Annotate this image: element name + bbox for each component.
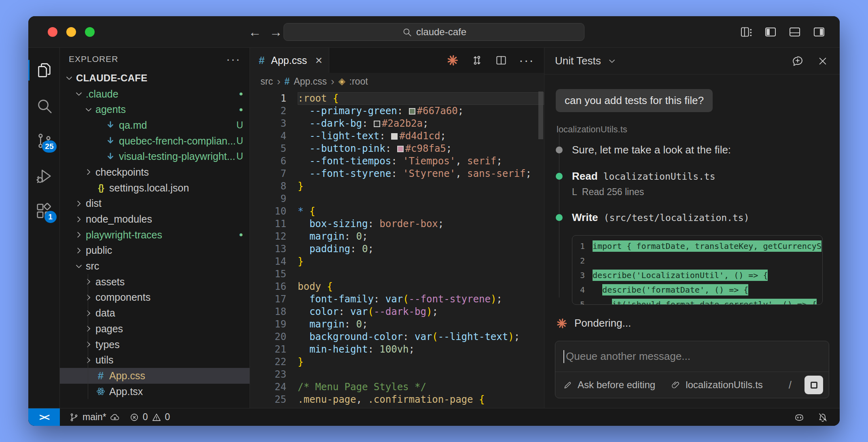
message-input[interactable]: Queue another message... xyxy=(555,341,829,372)
cloud-upload-icon[interactable] xyxy=(110,412,120,423)
activity-run-debug[interactable] xyxy=(28,158,60,193)
tree-item-components[interactable]: components xyxy=(60,290,250,306)
line-numbers: 1234567891011121314151617181920212223242… xyxy=(250,92,298,408)
tree-item-utils[interactable]: utils xyxy=(60,352,250,368)
open-changes-icon[interactable] xyxy=(470,54,483,67)
tree-item-visual-testing-playwright-[interactable]: visual-testing-playwright...U xyxy=(60,149,250,164)
tree-item-quebec-french-complian-[interactable]: quebec-french-complian...U xyxy=(60,133,250,149)
breadcrumb-symbol[interactable]: :root xyxy=(349,76,368,87)
json-icon: {} xyxy=(95,183,106,193)
close-window-button[interactable] xyxy=(48,27,57,37)
minimize-window-button[interactable] xyxy=(66,27,76,37)
code-line: body { xyxy=(298,280,544,293)
new-chat-icon[interactable] xyxy=(791,55,804,68)
chevron-down-icon[interactable] xyxy=(607,56,617,66)
zoom-window-button[interactable] xyxy=(85,27,95,37)
git-branch-item[interactable]: main* xyxy=(69,412,120,423)
traffic-lights xyxy=(48,27,95,37)
git-untracked-badge: U xyxy=(236,151,243,162)
explorer-sidebar: EXPLORER ··· CLAUDE-CAFE.claude●agents●q… xyxy=(60,48,250,408)
search-icon xyxy=(35,96,53,115)
activity-search[interactable] xyxy=(28,88,60,123)
tree-item-data[interactable]: data xyxy=(60,305,250,321)
close-panel-icon[interactable] xyxy=(816,55,829,68)
chevron-right-icon xyxy=(83,355,94,366)
code-line: :root { xyxy=(298,92,544,105)
activity-explorer[interactable] xyxy=(28,53,60,88)
extensions-badge: 1 xyxy=(44,211,57,223)
stop-button[interactable] xyxy=(804,376,823,394)
warning-count: 0 xyxy=(165,412,170,423)
code-line: box-sizing: border-box; xyxy=(298,218,544,230)
context-file-label: localizationUtils.ts xyxy=(557,124,828,135)
tree-item-dist[interactable]: dist xyxy=(60,196,250,212)
back-arrow-button[interactable]: ← xyxy=(247,24,263,39)
activity-extensions[interactable]: 1 xyxy=(28,193,60,229)
claude-starburst-icon[interactable] xyxy=(446,54,459,67)
code-editor[interactable]: 1234567891011121314151617181920212223242… xyxy=(250,90,544,408)
tree-item-pages[interactable]: pages xyxy=(60,321,250,337)
branch-icon xyxy=(69,412,79,423)
titlebar: ← → claude-cafe xyxy=(28,16,840,48)
tree-item-app-tsx[interactable]: App.tsx xyxy=(60,384,250,400)
tree-item-public[interactable]: public xyxy=(60,243,250,259)
step-bullet xyxy=(556,173,563,180)
tree-item-claude-cafe[interactable]: CLAUDE-CAFE xyxy=(60,70,250,86)
permission-mode-selector[interactable]: Ask before editing xyxy=(578,379,655,391)
explorer-more-actions-icon[interactable]: ··· xyxy=(226,52,241,66)
chevron-right-icon xyxy=(74,245,84,256)
editor-scrollbar[interactable] xyxy=(538,91,543,139)
tree-item-node-modules[interactable]: node_modules xyxy=(60,211,250,227)
tree-item-settings-local-json[interactable]: {}settings.local.json xyxy=(60,180,250,196)
code-line: color: var(--dark-bg); xyxy=(298,306,544,318)
diff-line: 1import { formatDate, translateKey, getC… xyxy=(572,239,822,253)
chevron-down-icon xyxy=(74,261,84,272)
stop-icon xyxy=(811,382,817,389)
tab-close-icon[interactable]: × xyxy=(315,53,322,67)
diff-code-block[interactable]: 1import { formatDate, translateKey, getC… xyxy=(572,235,823,305)
slash-command-hint[interactable]: / xyxy=(789,379,792,391)
toggle-primary-sidebar-icon[interactable] xyxy=(764,25,777,39)
tab-bar: # App.css × ··· xyxy=(250,48,544,73)
tree-indent xyxy=(93,151,104,162)
chevron-right-icon xyxy=(74,230,84,240)
color-swatch xyxy=(391,133,398,140)
command-center-search[interactable]: claude-cafe xyxy=(284,23,584,41)
tree-item-checkpoints[interactable]: checkpoints xyxy=(60,164,250,180)
text-cursor xyxy=(563,350,564,363)
tree-item-qa-md[interactable]: qa.mdU xyxy=(60,117,250,133)
chat-input-box[interactable]: Queue another message... Ask before edit… xyxy=(555,341,829,398)
bell-slash-icon[interactable] xyxy=(817,412,828,423)
split-editor-icon[interactable] xyxy=(495,54,508,67)
search-text: claude-cafe xyxy=(416,26,466,38)
tree-item-app-css[interactable]: #App.css xyxy=(60,368,250,384)
code-line: margin: 0; xyxy=(298,318,544,331)
tab-app-css[interactable]: # App.css × xyxy=(250,48,329,73)
breadcrumb[interactable]: src › # App.css › ◈ :root xyxy=(250,73,544,90)
attachment-chip[interactable]: localizationUtils.ts xyxy=(686,379,763,391)
tree-item-types[interactable]: types xyxy=(60,337,250,353)
git-modified-dot: ● xyxy=(239,106,243,114)
chat-step: Sure, let me take a look at the file: xyxy=(556,144,828,156)
copilot-icon[interactable] xyxy=(794,412,805,423)
editor-more-actions-icon[interactable]: ··· xyxy=(519,53,534,68)
diff-line: 5 it('should format date correctly', () … xyxy=(572,297,822,305)
tree-item-assets[interactable]: assets xyxy=(60,274,250,290)
customize-layout-icon[interactable] xyxy=(739,25,753,39)
toggle-panel-icon[interactable] xyxy=(788,25,802,39)
problems-item[interactable]: 0 0 xyxy=(129,412,170,423)
breadcrumb-file[interactable]: App.css xyxy=(294,76,327,87)
breadcrumb-src[interactable]: src xyxy=(260,76,273,87)
toggle-secondary-sidebar-icon[interactable] xyxy=(812,25,826,39)
remote-indicator[interactable]: >< xyxy=(28,408,60,426)
code-line: } xyxy=(298,180,544,193)
tree-item-src[interactable]: src xyxy=(60,258,250,274)
forward-arrow-button[interactable]: → xyxy=(268,24,284,39)
activity-source-control[interactable]: 25 xyxy=(28,123,60,158)
tree-item-agents[interactable]: agents● xyxy=(60,102,250,117)
tree-item--claude[interactable]: .claude● xyxy=(60,86,250,102)
code-line: padding: 0; xyxy=(298,243,544,255)
tree-item-playwright-traces[interactable]: playwright-traces● xyxy=(60,227,250,243)
tree-indent xyxy=(93,120,104,130)
chevron-right-icon xyxy=(83,323,94,334)
